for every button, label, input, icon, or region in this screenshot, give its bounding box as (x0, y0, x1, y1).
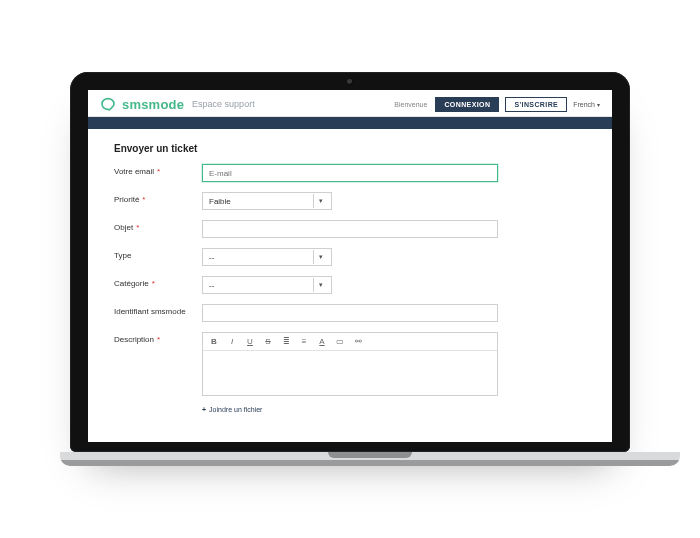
login-button[interactable]: CONNEXION (435, 97, 499, 112)
topbar: smsmode Espace support Bienvenue CONNEXI… (88, 90, 612, 117)
row-email: Votre email* (114, 164, 498, 182)
plus-icon: + (202, 406, 206, 413)
label-identifier: Identifiant smsmode (114, 304, 202, 316)
topbar-actions: Bienvenue CONNEXION S'INSCRIRE French ▾ (394, 97, 600, 112)
language-selector[interactable]: French ▾ (573, 101, 600, 108)
chevron-down-icon: ▾ (313, 194, 327, 208)
laptop-base (60, 452, 680, 466)
label-type: Type (114, 248, 202, 260)
attach-file-link[interactable]: + Joindre un fichier (202, 406, 498, 413)
category-value: -- (209, 281, 214, 290)
row-subject: Objet* (114, 220, 498, 238)
nav-stripe (88, 117, 612, 129)
row-priority: Priorité* Faible ▾ (114, 192, 498, 210)
label-category: Catégorie* (114, 276, 202, 288)
logo-icon (100, 96, 116, 112)
editor-toolbar: B I U S ≣ ≡ A ▭ ⚯ (203, 333, 497, 351)
row-identifier: Identifiant smsmode (114, 304, 498, 322)
description-textarea[interactable] (203, 351, 497, 395)
brand: smsmode Espace support (100, 96, 255, 112)
row-category: Catégorie* -- ▾ (114, 276, 498, 294)
row-description: Description* B I U S ≣ (114, 332, 498, 396)
bullets-button[interactable]: ≣ (281, 337, 291, 346)
ticket-form: Envoyer un ticket Votre email* Prio (114, 143, 498, 442)
numbers-button[interactable]: ≡ (299, 337, 309, 346)
underline-button[interactable]: U (245, 337, 255, 346)
priority-select[interactable]: Faible ▾ (202, 192, 332, 210)
category-select[interactable]: -- ▾ (202, 276, 332, 294)
label-description: Description* (114, 332, 202, 344)
brand-subtitle: Espace support (192, 99, 255, 109)
strike-button[interactable]: S (263, 337, 273, 346)
signup-button[interactable]: S'INSCRIRE (505, 97, 567, 112)
textcolor-button[interactable]: A (317, 337, 327, 346)
identifier-input[interactable] (202, 304, 498, 322)
laptop-mockup: smsmode Espace support Bienvenue CONNEXI… (60, 72, 640, 466)
chevron-down-icon: ▾ (313, 278, 327, 292)
screen: smsmode Espace support Bienvenue CONNEXI… (88, 90, 612, 442)
page-title: Envoyer un ticket (114, 143, 498, 154)
bold-button[interactable]: B (209, 337, 219, 346)
italic-button[interactable]: I (227, 337, 237, 346)
camera-icon (347, 79, 353, 85)
row-type: Type -- ▾ (114, 248, 498, 266)
subject-input[interactable] (202, 220, 498, 238)
sidebar-empty (514, 143, 604, 442)
image-button[interactable]: ▭ (335, 337, 345, 346)
language-label: French (573, 101, 595, 108)
label-subject: Objet* (114, 220, 202, 232)
label-email: Votre email* (114, 164, 202, 176)
chevron-down-icon: ▾ (313, 250, 327, 264)
laptop-frame: smsmode Espace support Bienvenue CONNEXI… (70, 72, 630, 452)
chevron-down-icon: ▾ (597, 101, 600, 108)
type-select[interactable]: -- ▾ (202, 248, 332, 266)
content: Envoyer un ticket Votre email* Prio (88, 129, 612, 442)
priority-value: Faible (209, 197, 231, 206)
email-input[interactable] (202, 164, 498, 182)
type-value: -- (209, 253, 214, 262)
label-priority: Priorité* (114, 192, 202, 204)
brand-name: smsmode (122, 97, 184, 112)
description-editor: B I U S ≣ ≡ A ▭ ⚯ (202, 332, 498, 396)
link-button[interactable]: ⚯ (353, 337, 363, 346)
welcome-text: Bienvenue (394, 101, 427, 108)
support-page: smsmode Espace support Bienvenue CONNEXI… (88, 90, 612, 442)
attach-label: Joindre un fichier (209, 406, 262, 413)
